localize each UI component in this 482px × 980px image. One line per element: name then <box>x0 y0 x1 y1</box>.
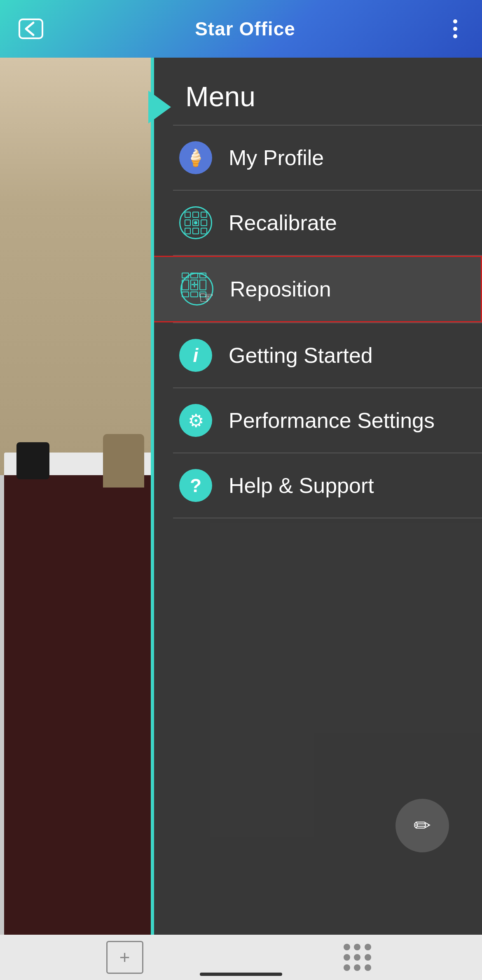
chair <box>103 434 144 488</box>
apps-dots-icon <box>343 943 372 972</box>
grid-target-icon <box>179 206 212 239</box>
ice-cream-icon: 🍦 <box>179 141 212 174</box>
back-button[interactable] <box>16 14 45 43</box>
pencil-icon: ✏ <box>414 814 431 838</box>
grid-inner <box>185 212 207 234</box>
desk-area <box>0 453 152 935</box>
menu-item-help-support[interactable]: ? Help & Support <box>152 453 482 518</box>
bottom-bar: + <box>0 935 482 980</box>
dot-1 <box>453 19 457 23</box>
home-indicator <box>200 973 282 976</box>
app-header: Star Office <box>0 0 482 58</box>
performance-settings-label: Performance Settings <box>229 408 435 433</box>
add-box-icon: + <box>106 941 143 974</box>
getting-started-label: Getting Started <box>229 343 373 368</box>
divider-6 <box>173 518 482 518</box>
menu-panel: Menu 🍦 My Profile <box>152 58 482 935</box>
menu-arrow-icon <box>148 91 171 124</box>
hand-cursor: ☞ <box>199 287 214 308</box>
menu-title: Menu <box>152 58 482 125</box>
reposition-label: Reposition <box>230 277 331 301</box>
info-icon: i <box>179 339 212 372</box>
question-icon: ? <box>179 469 212 502</box>
more-options-button[interactable] <box>445 14 466 43</box>
gear-icon: ⚙ <box>179 404 212 437</box>
menu-item-performance-settings[interactable]: ⚙ Performance Settings <box>152 388 482 453</box>
dot-3 <box>453 34 457 38</box>
main-area: Menu 🍦 My Profile <box>0 58 482 935</box>
reposition-icon-wrap: ✛ ☞ <box>182 273 212 306</box>
svg-rect-0 <box>19 19 42 38</box>
help-support-label: Help & Support <box>229 473 374 498</box>
menu-item-getting-started[interactable]: i Getting Started <box>152 323 482 387</box>
apps-grid-button[interactable] <box>339 939 376 976</box>
my-profile-label: My Profile <box>229 145 324 170</box>
desk-device <box>16 442 49 479</box>
app-title: Star Office <box>195 18 295 40</box>
camera-background <box>0 58 152 935</box>
fab-button[interactable]: ✏ <box>395 799 449 852</box>
teal-divider <box>151 58 154 935</box>
dot-2 <box>453 27 457 31</box>
menu-item-my-profile[interactable]: 🍦 My Profile <box>152 126 482 190</box>
menu-item-reposition[interactable]: ✛ ☞ Reposition <box>152 256 482 322</box>
add-button[interactable]: + <box>106 939 143 976</box>
desk-body <box>4 475 152 935</box>
move-cursor-icon: ✛ ☞ <box>180 273 213 306</box>
recalibrate-label: Recalibrate <box>229 210 337 235</box>
menu-item-recalibrate[interactable]: Recalibrate <box>152 191 482 255</box>
